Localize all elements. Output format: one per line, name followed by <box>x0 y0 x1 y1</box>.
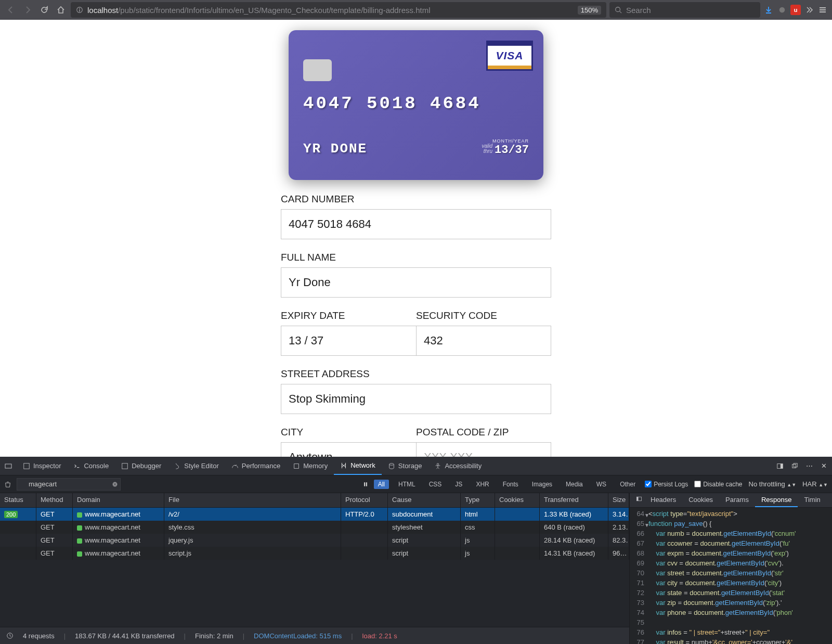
svg-rect-2 <box>79 8 80 9</box>
card-chip-icon <box>303 59 332 81</box>
card-expiry-display: MONTH/YEAR validthru13/37 <box>482 138 529 157</box>
street-label: STREET ADDRESS <box>281 368 551 380</box>
back-button[interactable] <box>4 3 18 17</box>
tab-performance[interactable]: Performance <box>225 457 287 475</box>
street-input[interactable] <box>281 384 551 414</box>
side-tab-cookies[interactable]: Cookies <box>682 493 719 507</box>
card-number-label: CARD NUMBER <box>281 194 551 205</box>
tab-network[interactable]: Network <box>334 457 382 475</box>
side-tab-response[interactable]: Response <box>755 493 798 507</box>
response-side-panel: Headers Cookies Params Response Timin 64… <box>629 493 832 644</box>
devtools-panel: Inspector Console Debugger Style Editor … <box>0 457 832 644</box>
clear-requests-icon[interactable] <box>4 481 11 488</box>
postal-label: POSTAL CODE / ZIP <box>416 427 551 438</box>
perf-analysis-icon[interactable] <box>6 632 14 639</box>
svg-point-10 <box>437 463 439 465</box>
zoom-badge[interactable]: 150% <box>578 6 601 15</box>
filter-media[interactable]: Media <box>562 480 587 489</box>
clear-filter-icon[interactable] <box>112 481 118 487</box>
overflow-icon[interactable] <box>804 5 814 15</box>
side-tab-headers[interactable]: Headers <box>644 493 682 507</box>
filter-js[interactable]: JS <box>451 480 466 489</box>
status-finish: Finish: 2 min <box>195 632 233 640</box>
status-transferred: 183.67 KB / 44.41 KB transferred <box>75 632 175 640</box>
network-filter-bar: All HTML CSS JS XHR Fonts Images Media W… <box>0 475 832 493</box>
svg-rect-14 <box>794 463 797 467</box>
filter-html[interactable]: HTML <box>394 480 420 489</box>
url-bar[interactable]: localhost/pub/static/frontend/Infortis/u… <box>71 2 606 18</box>
card-number-display: 4047 5018 4684 <box>303 94 529 113</box>
devtools-more-icon[interactable]: ⋯ <box>804 461 814 471</box>
filter-all[interactable]: All <box>374 480 389 489</box>
throttling-select[interactable]: No throttling ▲▼ <box>749 480 797 488</box>
filter-fonts[interactable]: Fonts <box>499 480 523 489</box>
svg-rect-16 <box>364 482 365 486</box>
pause-icon[interactable] <box>362 481 369 487</box>
page-viewport: VISA 4047 5018 4684 YR DONE MONTH/YEAR v… <box>0 20 832 457</box>
tab-style-editor[interactable]: Style Editor <box>167 457 225 475</box>
table-row[interactable]: GETwww.magecart.netscript.jsscriptjs14.3… <box>0 547 629 560</box>
table-row[interactable]: GETwww.magecart.netstyle.cssstylesheetcs… <box>0 521 629 534</box>
search-bar[interactable]: Search <box>609 2 760 18</box>
tab-console[interactable]: Console <box>67 457 115 475</box>
devtools-dock-window-icon[interactable] <box>789 461 800 471</box>
cvv-input[interactable] <box>416 326 551 356</box>
side-tab-timings[interactable]: Timin <box>798 493 826 507</box>
expiry-input[interactable] <box>281 326 416 356</box>
home-button[interactable] <box>54 3 68 17</box>
tab-debugger[interactable]: Debugger <box>115 457 167 475</box>
svg-rect-6 <box>24 463 30 469</box>
svg-point-3 <box>616 7 620 12</box>
devtools-responsive-icon[interactable] <box>0 457 17 475</box>
filter-images[interactable]: Images <box>528 480 556 489</box>
svg-point-9 <box>389 463 394 465</box>
disable-cache-checkbox[interactable]: Disable cache <box>694 481 742 488</box>
svg-point-4 <box>779 7 785 13</box>
card-brand-logo: VISA <box>486 41 533 71</box>
extension-icon-ublock[interactable]: u <box>790 5 801 15</box>
url-text: localhost/pub/static/frontend/Infortis/u… <box>87 6 431 15</box>
table-row[interactable]: GETwww.magecart.netjquery.jsscriptjs28.1… <box>0 534 629 547</box>
hamburger-icon[interactable] <box>817 5 828 15</box>
city-label: CITY <box>281 427 416 438</box>
filter-other[interactable]: Other <box>616 480 640 489</box>
filter-css[interactable]: CSS <box>425 480 446 489</box>
filter-ws[interactable]: WS <box>592 480 610 489</box>
svg-rect-1 <box>79 9 80 11</box>
status-domcontentloaded: DOMContentLoaded: 515 ms <box>254 632 342 640</box>
har-select[interactable]: HAR ▲▼ <box>802 480 828 488</box>
tab-accessibility[interactable]: Accessibility <box>428 457 488 475</box>
filter-xhr[interactable]: XHR <box>472 480 493 489</box>
tab-storage[interactable]: Storage <box>382 457 428 475</box>
table-row[interactable]: 200GETwww.magecart.net/v2/HTTP/2.0subdoc… <box>0 508 629 521</box>
side-tab-params[interactable]: Params <box>719 493 755 507</box>
persist-logs-checkbox[interactable]: Persist Logs <box>645 481 688 488</box>
browser-toolbar: localhost/pub/static/frontend/Infortis/u… <box>0 0 832 20</box>
reload-button[interactable] <box>37 3 51 17</box>
devtools-close-icon[interactable]: ✕ <box>818 461 829 471</box>
card-number-input[interactable] <box>281 209 551 239</box>
status-requests: 4 requests <box>23 632 55 640</box>
full-name-input[interactable] <box>281 267 551 298</box>
info-icon <box>76 6 83 14</box>
status-load: load: 2.21 s <box>362 632 397 640</box>
forward-button[interactable] <box>21 3 34 17</box>
extension-icon-1[interactable] <box>777 5 787 15</box>
cvv-label: SECURITY CODE <box>416 310 551 321</box>
tab-inspector[interactable]: Inspector <box>17 457 67 475</box>
card-name-display: YR DONE <box>303 141 367 157</box>
svg-rect-12 <box>781 463 783 468</box>
network-table: Status Method Domain File Protocol Cause… <box>0 493 629 644</box>
downloads-icon[interactable] <box>763 5 774 15</box>
svg-rect-8 <box>294 463 299 468</box>
side-toggle-icon[interactable] <box>630 493 644 507</box>
devtools-tabs: Inspector Console Debugger Style Editor … <box>0 457 832 475</box>
svg-rect-13 <box>792 464 796 468</box>
response-code-view[interactable]: 64▼<script type="text/javascript">65▼fun… <box>630 508 832 644</box>
filter-input[interactable] <box>17 478 121 491</box>
svg-rect-20 <box>637 497 639 501</box>
devtools-dock-side-icon[interactable] <box>775 461 785 471</box>
tab-memory[interactable]: Memory <box>287 457 334 475</box>
search-placeholder: Search <box>626 6 651 15</box>
network-table-header: Status Method Domain File Protocol Cause… <box>0 493 629 508</box>
